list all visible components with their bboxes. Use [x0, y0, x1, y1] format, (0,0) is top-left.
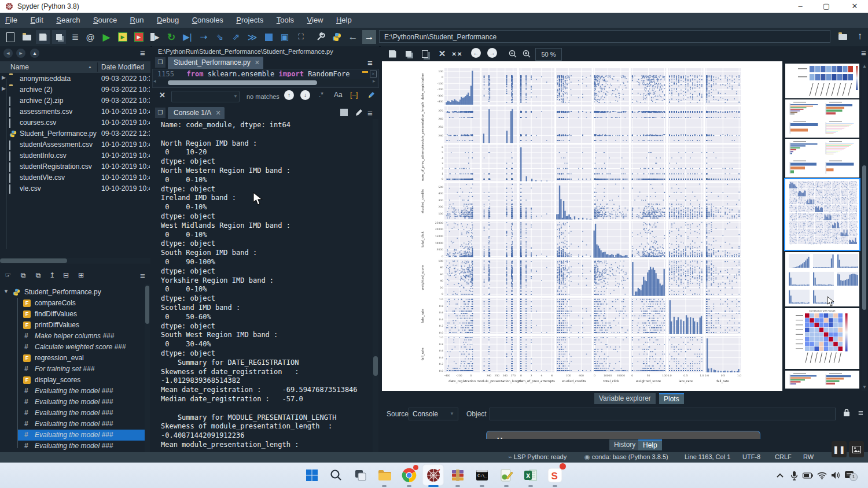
- console-vscrollbar[interactable]: [373, 119, 378, 452]
- regex-toggle-icon[interactable]: .*: [319, 91, 323, 99]
- plots-options-icon[interactable]: ≡: [861, 48, 866, 58]
- hidden-icons-chevron-icon[interactable]: [773, 468, 787, 482]
- menu-debug[interactable]: Debug: [152, 13, 184, 24]
- files-hscrollbar[interactable]: [0, 258, 150, 264]
- interrupt-kernel-icon[interactable]: [340, 109, 348, 116]
- file-row[interactable]: studentInfo.csv10-10-2019 10:4: [0, 150, 150, 161]
- screenshot-button[interactable]: [849, 441, 864, 457]
- plot-thumbnail-hist_grid[interactable]: [785, 252, 859, 306]
- case-toggle-icon[interactable]: Aa: [334, 91, 343, 99]
- debug-icon[interactable]: ▶|: [181, 30, 194, 44]
- help-source-select[interactable]: Console▼: [409, 408, 458, 420]
- outline-item[interactable]: #Evaluating the model ###: [17, 386, 146, 397]
- file-row[interactable]: studentVle.csv10-10-2019 10:4: [0, 172, 150, 183]
- browse-tabs-icon[interactable]: ❐: [155, 57, 165, 68]
- file-switcher-icon[interactable]: ≣: [68, 30, 82, 44]
- search-button[interactable]: [325, 464, 347, 486]
- stop-debug-icon[interactable]: [262, 30, 275, 44]
- console-tab[interactable]: Console 1/A✕: [168, 107, 225, 119]
- find-previous-icon[interactable]: ↑: [284, 90, 294, 100]
- file-row[interactable]: archive (2).zip09-03-2022 10:3: [0, 95, 150, 106]
- plot-thumbnail-bars_quads[interactable]: [785, 99, 859, 138]
- remove-all-plots-icon[interactable]: ✕✕: [450, 47, 464, 61]
- copy-plot-icon[interactable]: [418, 47, 432, 61]
- editor-hscrollbar[interactable]: ◂ ▸: [154, 79, 377, 86]
- files-hscrollbar-thumb[interactable]: [0, 258, 67, 263]
- run-icon[interactable]: ▶: [100, 30, 113, 44]
- files-col-date[interactable]: Date Modified: [101, 63, 144, 71]
- caret-right-icon[interactable]: ▶: [2, 86, 6, 91]
- files-back-icon[interactable]: ◂: [3, 49, 13, 58]
- zoom-out-icon[interactable]: [506, 47, 520, 61]
- outline-item[interactable]: #Evaluating the model ###: [17, 430, 146, 441]
- console-browse-tabs-icon[interactable]: ❐: [155, 108, 165, 118]
- console-vscrollbar-thumb[interactable]: [373, 356, 378, 376]
- tab-plots[interactable]: Plots: [659, 393, 684, 404]
- tab-history[interactable]: History: [609, 439, 640, 450]
- close-find-icon[interactable]: ✕: [159, 91, 165, 99]
- file-row[interactable]: assessments.csv10-10-2019 10:4: [0, 106, 150, 117]
- outline-item[interactable]: #Evaluating the model ###: [17, 441, 146, 452]
- run-cell-icon[interactable]: ▶: [116, 30, 130, 44]
- collapse-section-icon[interactable]: ⧉: [16, 268, 30, 282]
- editor-viewport[interactable]: 1155 from sklearn.ensemble import Random…: [152, 69, 379, 88]
- menu-help[interactable]: Help: [331, 13, 357, 24]
- new-file-icon[interactable]: [3, 30, 17, 44]
- symbol-finder-icon[interactable]: @: [83, 30, 97, 44]
- file-row[interactable]: courses.csv10-10-2019 10:4: [0, 117, 150, 128]
- console-close-tab-icon[interactable]: ✕: [215, 109, 220, 116]
- whole-words-toggle-icon[interactable]: [–]: [350, 91, 358, 99]
- run-selection-icon[interactable]: ▶: [148, 30, 162, 44]
- outline-item[interactable]: #Evaluating the model ###: [17, 419, 146, 430]
- outline-item[interactable]: FfindDiffValues: [17, 309, 146, 320]
- close-button[interactable]: ✕: [846, 1, 863, 12]
- outline-item[interactable]: FprintDiffValues: [17, 320, 146, 331]
- files-up-icon[interactable]: ▴: [30, 49, 39, 58]
- volume-icon[interactable]: [829, 468, 843, 482]
- outline-options-icon[interactable]: ≡: [140, 271, 145, 280]
- console-options-icon[interactable]: ≡: [367, 108, 373, 118]
- browse-directory-icon[interactable]: [836, 29, 849, 43]
- step-over-icon[interactable]: ⇢: [197, 30, 211, 44]
- python-env-icon[interactable]: [330, 30, 344, 44]
- maximize-button[interactable]: ▢: [818, 1, 835, 12]
- menu-file[interactable]: File: [0, 13, 23, 24]
- back-icon[interactable]: ←: [346, 30, 360, 44]
- outline-item[interactable]: #For training set ###: [17, 364, 146, 375]
- zoom-in-icon[interactable]: [520, 47, 534, 61]
- file-row[interactable]: Student_Performance.py09-03-2022 12:3: [0, 128, 150, 139]
- menu-consoles[interactable]: Consoles: [187, 13, 229, 24]
- menu-edit[interactable]: Edit: [25, 13, 48, 24]
- expand-all-icon[interactable]: ⊞: [74, 268, 88, 282]
- plot-thumbnail-bars_quads[interactable]: [785, 371, 859, 389]
- pairplot-figure[interactable]: [419, 65, 743, 390]
- file-row[interactable]: studentRegistration.csv10-10-2019 10:4: [0, 161, 150, 172]
- outline-item[interactable]: Fdisplay_scores: [17, 375, 146, 386]
- help-object-input[interactable]: [490, 408, 836, 420]
- zoom-level-input[interactable]: 50 %: [535, 48, 562, 61]
- collapse-all-icon[interactable]: ⊟: [59, 268, 73, 282]
- lock-icon[interactable]: [843, 408, 851, 419]
- task-view-button[interactable]: [350, 464, 371, 486]
- wifi-icon[interactable]: [815, 468, 829, 482]
- files-forward-icon[interactable]: ▸: [16, 49, 25, 58]
- outline-item[interactable]: Fregression_eval: [17, 353, 146, 364]
- editor-options-icon[interactable]: ≡: [367, 58, 373, 68]
- thumbnails-vscrollbar-thumb[interactable]: [862, 165, 866, 310]
- outline-item[interactable]: FcompareCols: [17, 298, 146, 309]
- plot-thumbnail-corr_heatmap[interactable]: [785, 308, 859, 369]
- outline-vscrollbar-thumb[interactable]: [145, 286, 149, 324]
- plot-thumbnail-bars_quads[interactable]: [785, 139, 859, 178]
- restart-kernel-icon[interactable]: ↻: [164, 30, 178, 44]
- thumbnails-vscrollbar[interactable]: ▲ ▼: [862, 64, 867, 391]
- file-row[interactable]: ▶archive (2)09-03-2022 10:3: [0, 84, 150, 95]
- menu-projects[interactable]: Projects: [231, 13, 269, 24]
- continue-icon[interactable]: ≫: [245, 30, 259, 44]
- spyder-button[interactable]: [422, 464, 444, 486]
- highlight-matches-icon[interactable]: [367, 91, 376, 101]
- step-into-icon[interactable]: ⇘: [213, 30, 227, 44]
- files-options-icon[interactable]: ≡: [140, 48, 145, 58]
- menu-search[interactable]: Search: [51, 13, 85, 24]
- step-return-icon[interactable]: ⇗: [229, 30, 243, 44]
- close-tab-icon[interactable]: ✕: [255, 59, 260, 66]
